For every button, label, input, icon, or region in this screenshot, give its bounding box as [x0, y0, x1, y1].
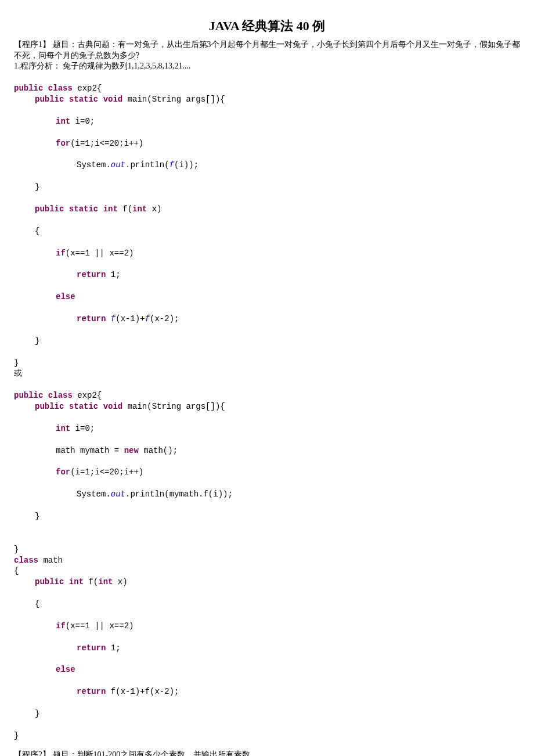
program1-code-b: public class exp2{ public static void ma…	[14, 379, 520, 741]
or-label: 或	[14, 368, 520, 379]
program2-header: 【程序2】 题目：判断101-200之间有多少个素数，并输出所有素数。	[14, 750, 520, 756]
program1-code-a: public class exp2{ public static void ma…	[14, 72, 520, 368]
program1-header: 【程序1】 题目：古典问题：有一对兔子，从出生后第3个月起每个月都生一对兔子，小…	[14, 39, 520, 62]
page-title: JAVA 经典算法 40 例	[14, 17, 520, 35]
program1-analysis: 1.程序分析： 兔子的规律为数列1,1,2,3,5,8,13,21....	[14, 61, 520, 72]
